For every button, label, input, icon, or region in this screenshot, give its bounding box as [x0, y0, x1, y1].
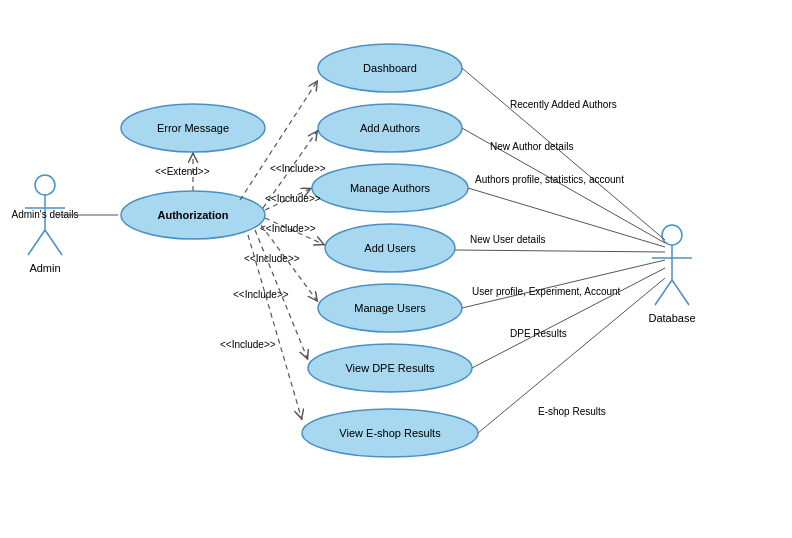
addusers-db-line — [455, 250, 665, 252]
add-users-text: Add Users — [364, 242, 416, 254]
include2-label: <<Include>> — [265, 193, 321, 204]
admin-right-leg — [45, 230, 62, 255]
new-author-details-label: New Author details — [490, 141, 573, 152]
admin-label: Admin — [29, 262, 60, 274]
include1-label: <<Include>> — [270, 163, 326, 174]
admin-head — [35, 175, 55, 195]
include6-label: <<Include>> — [220, 339, 276, 350]
add-authors-text: Add Authors — [360, 122, 420, 134]
include4-label: <<Include>> — [244, 253, 300, 264]
dashboard-text: Dashboard — [363, 62, 417, 74]
authorization-text: Authorization — [158, 209, 229, 221]
include3-label: <<Include>> — [260, 223, 316, 234]
database-head — [662, 225, 682, 245]
extend-label: <<Extend>> — [155, 166, 210, 177]
manage-users-text: Manage Users — [354, 302, 426, 314]
authors-profile-label: Authors profile, statistics, account — [475, 174, 624, 185]
error-text: Error Message — [157, 122, 229, 134]
eshop-results-label: E-shop Results — [538, 406, 606, 417]
database-label: Database — [648, 312, 695, 324]
recently-added-label: Recently Added Authors — [510, 99, 617, 110]
dashboard-db-line — [462, 68, 665, 240]
dpe-results-label: DPE Results — [510, 328, 567, 339]
view-dpe-text: View DPE Results — [345, 362, 435, 374]
view-eshop-text: View E-shop Results — [339, 427, 441, 439]
manage-authors-text: Manage Authors — [350, 182, 431, 194]
include5-label: <<Include>> — [233, 289, 289, 300]
user-profile-label: User profile, Experiment, Account — [472, 286, 621, 297]
admin-left-leg — [28, 230, 45, 255]
database-right-leg — [672, 280, 689, 305]
new-user-details-label: New User details — [470, 234, 546, 245]
